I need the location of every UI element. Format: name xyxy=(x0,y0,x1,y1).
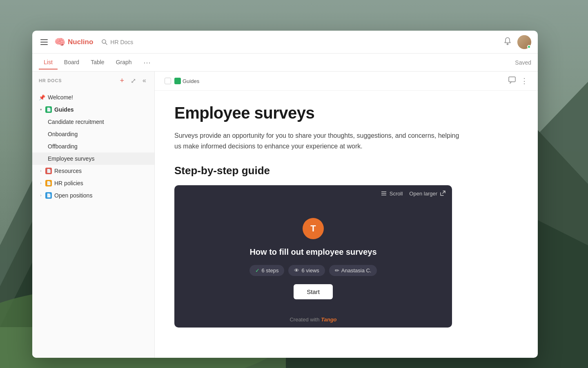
tango-start-button[interactable]: Start xyxy=(294,284,333,299)
sidebar-item-resources-label: Resources xyxy=(54,168,142,174)
tab-table[interactable]: Table xyxy=(86,56,109,70)
breadcrumb-icon xyxy=(174,78,181,84)
logo-icon: 🧠 xyxy=(54,37,65,47)
tab-board[interactable]: Board xyxy=(59,56,84,70)
tango-scroll-button[interactable]: Scroll xyxy=(381,190,403,197)
breadcrumb[interactable]: Guides xyxy=(174,78,199,84)
sidebar-item-employee-surveys[interactable]: Employee surveys xyxy=(32,153,154,165)
tabs-bar: List Board Table Graph ⋯ Saved xyxy=(32,54,538,72)
document-more-button[interactable]: ⋮ xyxy=(521,76,528,85)
menu-button[interactable] xyxy=(39,38,49,47)
sidebar-item-guides-label: Guides xyxy=(54,106,142,113)
topbar: 🧠 Nuclino HR Docs xyxy=(32,31,538,54)
tango-body: T How to fill out employee surveys ✓ 6 s… xyxy=(174,202,452,312)
chevron-down-icon: ▾ xyxy=(39,108,43,112)
chevron-right-icon-3: › xyxy=(39,193,43,197)
document-checkbox[interactable] xyxy=(165,78,171,84)
topbar-right xyxy=(503,35,531,49)
sidebar-item-onboarding-label: Onboarding xyxy=(48,131,148,137)
sidebar-item-offboarding[interactable]: Offboarding xyxy=(32,140,154,153)
sidebar-item-offboarding-label: Offboarding xyxy=(48,143,148,150)
views-label: 6 views xyxy=(301,267,319,274)
sidebar-item-candidate[interactable]: Candidate recruitment xyxy=(32,116,154,128)
search-icon xyxy=(101,39,108,45)
content-topbar: Guides ⋮ xyxy=(155,72,538,91)
sidebar-item-hr-policies-label: HR policies xyxy=(54,180,142,186)
breadcrumb-text: Guides xyxy=(183,78,199,84)
search-area[interactable]: HR Docs xyxy=(101,39,499,45)
tab-graph[interactable]: Graph xyxy=(111,56,137,70)
guides-folder-icon: 📄 xyxy=(45,106,52,113)
tango-views-badge: 👁 6 views xyxy=(288,265,325,276)
tango-author-badge: ✏ Anastasia C. xyxy=(329,265,377,276)
svg-rect-9 xyxy=(509,77,515,82)
sidebar-item-onboarding[interactable]: Onboarding xyxy=(32,128,154,140)
open-positions-folder-icon: 📄 xyxy=(45,192,52,199)
main-area: HR DOCS + ⤢ « 📌 Welcome! ▾ 📄 Guides xyxy=(32,72,538,358)
tango-embed-card: Scroll Open larger T How xyxy=(174,185,452,328)
notifications-button[interactable] xyxy=(503,37,512,47)
tango-guide-title: How to fill out employee surveys xyxy=(249,247,376,257)
sidebar-item-guides[interactable]: ▾ 📄 Guides ⧉ xyxy=(32,103,154,116)
sidebar-title: HR DOCS xyxy=(39,78,118,83)
open-larger-label: Open larger xyxy=(409,191,437,197)
svg-line-7 xyxy=(105,43,107,45)
chevron-right-icon: › xyxy=(39,169,43,173)
search-text: HR Docs xyxy=(110,39,133,45)
tango-footer-brand: Tango xyxy=(321,316,337,323)
sidebar-header: HR DOCS + ⤢ « xyxy=(32,72,154,90)
document-title: Employee surveys xyxy=(174,104,462,122)
sidebar-item-employee-surveys-label: Employee surveys xyxy=(48,155,148,162)
tango-footer: Created with Tango xyxy=(174,312,452,328)
document-description: Surveys provide an opportunity for you t… xyxy=(174,130,462,151)
sidebar-item-candidate-label: Candidate recruitment xyxy=(48,119,148,125)
section-title: Step-by-step guide xyxy=(174,164,462,177)
comment-button[interactable] xyxy=(508,76,516,85)
tango-badges: ✓ 6 steps 👁 6 views ✏ Anastasia C. xyxy=(249,265,377,276)
sidebar-actions: + ⤢ « xyxy=(118,76,148,86)
sidebar: HR DOCS + ⤢ « 📌 Welcome! ▾ 📄 Guides xyxy=(32,72,155,358)
sidebar-item-open-positions[interactable]: › 📄 Open positions ⧉ xyxy=(32,189,154,202)
logo-text: Nuclino xyxy=(68,38,93,46)
chevron-right-icon-2: › xyxy=(39,181,43,185)
tango-steps-badge: ✓ 6 steps xyxy=(249,265,285,276)
sidebar-item-label: Welcome! xyxy=(48,94,148,101)
tango-open-larger-button[interactable]: Open larger xyxy=(409,191,445,197)
hr-policies-folder-icon: 📄 xyxy=(45,180,52,186)
sidebar-item-open-positions-label: Open positions xyxy=(54,192,142,199)
saved-indicator: Saved xyxy=(515,59,531,66)
resources-folder-icon: 📄 xyxy=(45,168,52,174)
sidebar-item-hr-policies[interactable]: › 📄 HR policies ⧉ xyxy=(32,177,154,189)
logo: 🧠 Nuclino xyxy=(54,37,93,47)
steps-label: 6 steps xyxy=(262,267,279,274)
svg-point-8 xyxy=(507,44,508,45)
author-label: Anastasia C. xyxy=(341,267,372,274)
pin-icon: 📌 xyxy=(39,94,45,101)
avatar-container xyxy=(517,35,531,49)
collapse-sidebar-button[interactable]: « xyxy=(141,76,148,85)
scroll-label: Scroll xyxy=(390,191,403,197)
tango-logo-letter: T xyxy=(310,223,316,234)
tab-list[interactable]: List xyxy=(39,56,58,70)
tango-footer-text: Created with xyxy=(290,316,319,323)
tango-card-header: Scroll Open larger xyxy=(174,185,452,202)
expand-button[interactable]: ⤢ xyxy=(129,76,138,85)
sidebar-item-resources[interactable]: › 📄 Resources ⧉ xyxy=(32,165,154,177)
document-body: Employee surveys Surveys provide an oppo… xyxy=(155,91,481,341)
content-area: Guides ⋮ Employee surveys Surveys provid… xyxy=(155,72,538,358)
sidebar-nav: 📌 Welcome! ▾ 📄 Guides ⧉ Candidate recrui… xyxy=(32,90,154,358)
content-topbar-right: ⋮ xyxy=(508,76,528,85)
add-item-button[interactable]: + xyxy=(118,76,126,86)
online-status xyxy=(527,45,531,49)
tabs-more-button[interactable]: ⋯ xyxy=(140,56,154,69)
app-window: 🧠 Nuclino HR Docs xyxy=(32,31,538,358)
sidebar-item-welcome[interactable]: 📌 Welcome! xyxy=(32,91,154,103)
tango-logo: T xyxy=(303,218,324,239)
